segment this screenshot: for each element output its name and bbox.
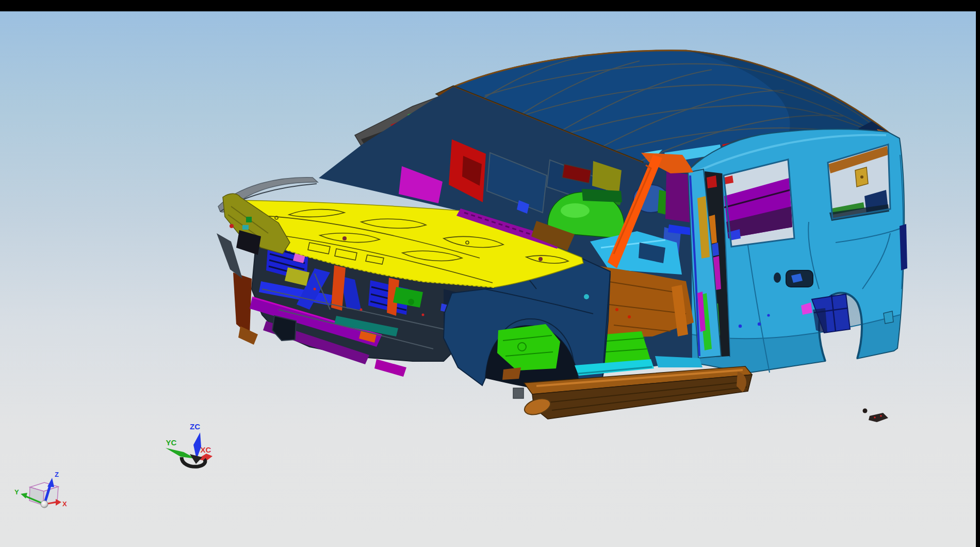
green-knob	[408, 299, 414, 305]
abs-x-arrowhead	[56, 499, 61, 506]
seat-panel-dark-green	[582, 189, 622, 202]
abs-z-arrowhead	[47, 478, 54, 487]
wcs-y-axis-arrow[interactable]	[166, 448, 196, 459]
hood-bolt-2	[538, 257, 543, 261]
abs-z-label: Z	[55, 471, 59, 478]
fender-red-dot	[230, 224, 234, 228]
abs-y-arrowhead	[21, 493, 27, 498]
cad-application-window: ZC YC XC Z Y X	[0, 0, 980, 547]
bracket-hole	[860, 175, 863, 179]
debris-red-speck-2	[880, 415, 882, 417]
window-top-edge	[0, 0, 980, 11]
abs-y-label: Y	[14, 488, 19, 496]
abs-x-label: X	[62, 500, 67, 508]
bumper-maroon-left	[233, 272, 252, 335]
wcs-x-label: XC	[201, 445, 211, 454]
loose-debris-parts[interactable]	[863, 409, 889, 423]
window-right-edge	[976, 0, 980, 547]
hood-bolt-1	[342, 236, 347, 240]
debris-bracket[interactable]	[869, 413, 888, 422]
abs-origin-sphere	[41, 501, 48, 508]
dome-highlight	[561, 203, 590, 218]
car-body-model[interactable]	[217, 51, 907, 422]
wcs-z-label: ZC	[190, 422, 200, 431]
fender-green-bit	[246, 217, 252, 222]
fender-teal-dot	[584, 294, 589, 299]
debris-bolt[interactable]	[863, 409, 868, 413]
rear-door-window[interactable]	[724, 159, 794, 247]
debris-red-speck-1	[874, 416, 876, 419]
wcs-y-label: YC	[166, 438, 177, 447]
floor-red-speck-2	[628, 315, 631, 318]
arch-bracket-tab	[884, 311, 893, 324]
handle-oval	[774, 272, 781, 283]
3d-viewport[interactable]: ZC YC XC Z Y X	[0, 11, 976, 547]
graphics-canvas[interactable]: ZC YC XC Z Y X	[0, 11, 976, 547]
abs-csys-triad: Z Y X	[14, 471, 67, 508]
wcs-triad[interactable]: ZC YC XC	[166, 422, 213, 466]
magenta-low	[374, 359, 406, 377]
floor-red-speck-1	[615, 308, 618, 311]
board-bracket	[513, 388, 524, 398]
fender-teal-bit	[242, 225, 249, 230]
